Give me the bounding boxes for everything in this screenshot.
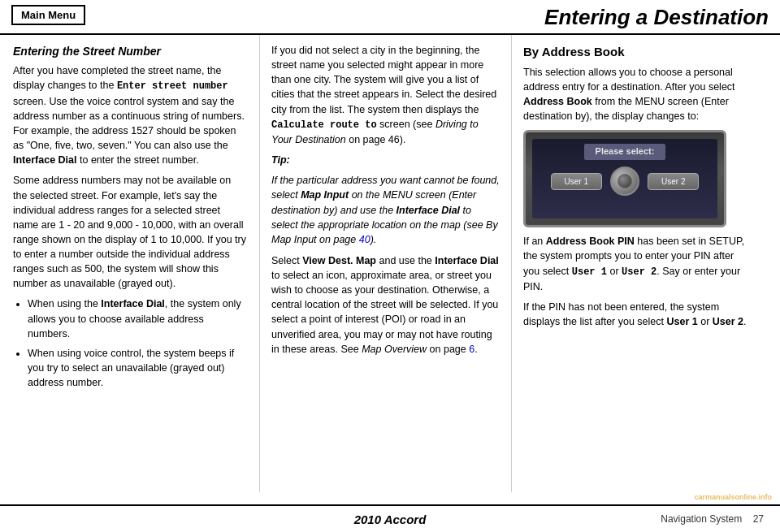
enter-street-number-label: Enter street number xyxy=(117,80,228,92)
footer-right-text: Navigation System 27 xyxy=(661,513,764,525)
address-book-pin-ref: Address Book PIN xyxy=(546,236,635,247)
interface-dial-ref-4: Interface Dial xyxy=(435,255,499,266)
bullet-item-1: When using the Interface Dial, the syste… xyxy=(28,296,248,340)
bullet-list: When using the Interface Dial, the syste… xyxy=(28,296,248,390)
user2-ref-1: User 2 xyxy=(622,266,656,278)
right-para-3: If the PIN has not been entered, the sys… xyxy=(523,300,752,329)
interface-dial-ref-1: Interface Dial xyxy=(13,154,77,166)
page-6-link[interactable]: 6 xyxy=(469,344,474,355)
nav-user2-button[interactable]: User 2 xyxy=(648,173,699,190)
right-para-2: If an Address Book PIN has been set in S… xyxy=(523,234,752,294)
left-para-1: After you have completed the street name… xyxy=(13,63,248,167)
user1-ref-2: User 1 xyxy=(666,316,697,327)
calculate-route-label: Calculate route to xyxy=(271,119,377,131)
bullet-item-2: When using voice control, the system bee… xyxy=(28,346,248,390)
view-dest-map-ref: View Dest. Map xyxy=(302,255,376,266)
right-column: By Address Book This selection allows yo… xyxy=(512,35,764,492)
main-menu-button[interactable]: Main Menu xyxy=(11,5,85,25)
user1-ref: User 1 xyxy=(572,266,607,278)
nav-system-label: Navigation System xyxy=(661,513,742,525)
map-input-ref: Map Input xyxy=(301,189,349,201)
tip-block: Tip: If the particular address you want … xyxy=(271,153,500,247)
right-section-title: By Address Book xyxy=(523,43,752,61)
interface-dial-ref-3: Interface Dial xyxy=(396,205,461,216)
page-40-link[interactable]: 40 xyxy=(359,234,370,245)
nav-display: Please select: User 1 User 2 xyxy=(523,130,726,227)
left-para-2: Some address numbers may not be availabl… xyxy=(13,173,248,291)
tip-title: Tip: xyxy=(271,153,500,167)
watermark: carmanualsonline.info xyxy=(694,493,772,501)
nav-buttons-row: User 1 User 2 xyxy=(532,167,717,196)
mid-column: If you did not select a city in the begi… xyxy=(260,35,512,492)
map-overview-ref: Map Overview xyxy=(362,344,427,355)
mid-para-1: If you did not select a city in the begi… xyxy=(271,43,500,147)
nav-display-inner: Please select: User 1 User 2 xyxy=(532,139,717,218)
nav-please-select-label: Please select: xyxy=(584,144,666,160)
left-column: Entering the Street Number After you hav… xyxy=(0,35,260,492)
page-header: Main Menu Entering a Destination xyxy=(0,0,780,35)
tip-body: If the particular address you want canno… xyxy=(271,173,500,247)
nav-user1-button[interactable]: User 1 xyxy=(551,173,602,190)
right-para-1: This selection allows you to choose a pe… xyxy=(523,65,752,124)
nav-dial xyxy=(610,167,639,196)
user2-ref-2: User 2 xyxy=(713,316,743,327)
page-footer: 2010 Accord Navigation System 27 xyxy=(0,504,780,532)
main-content: Entering the Street Number After you hav… xyxy=(0,35,780,492)
interface-dial-ref-2: Interface Dial xyxy=(101,298,165,309)
footer-center-text: 2010 Accord xyxy=(354,513,427,526)
page-title: Entering a Destination xyxy=(544,5,769,33)
left-section-title: Entering the Street Number xyxy=(13,43,248,59)
address-book-ref-1: Address Book xyxy=(523,96,592,107)
mid-para-2: Select View Dest. Map and use the Interf… xyxy=(271,253,500,357)
page-number: 27 xyxy=(753,513,764,525)
